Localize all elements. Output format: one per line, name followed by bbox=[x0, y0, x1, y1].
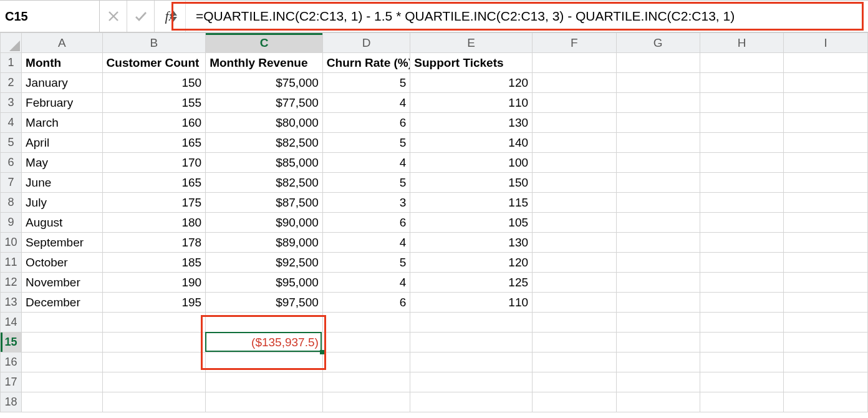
cell-G7[interactable] bbox=[616, 173, 700, 193]
name-box-stepper[interactable] bbox=[170, 11, 177, 22]
cell-I4[interactable] bbox=[784, 113, 868, 133]
col-header-F[interactable]: F bbox=[533, 33, 616, 53]
cell-A1[interactable]: Month bbox=[22, 53, 102, 73]
cell-E18[interactable] bbox=[410, 392, 533, 412]
cell-E14[interactable] bbox=[410, 313, 533, 333]
cell-A9[interactable]: August bbox=[22, 213, 102, 233]
cell-H12[interactable] bbox=[700, 273, 783, 293]
cell-I17[interactable] bbox=[784, 372, 868, 392]
cell-A15[interactable] bbox=[22, 333, 102, 352]
cell-G16[interactable] bbox=[616, 352, 700, 372]
row-header-16[interactable]: 16 bbox=[1, 352, 22, 372]
cell-C5[interactable]: $82,500 bbox=[206, 133, 323, 153]
row-header-4[interactable]: 4 bbox=[1, 113, 22, 133]
cell-F13[interactable] bbox=[533, 293, 616, 313]
cell-G1[interactable] bbox=[616, 53, 700, 73]
cell-I16[interactable] bbox=[784, 352, 868, 372]
cell-C14[interactable] bbox=[206, 313, 323, 333]
cell-C10[interactable]: $89,000 bbox=[206, 233, 323, 253]
cell-E11[interactable]: 120 bbox=[410, 253, 533, 273]
cell-D1[interactable]: Churn Rate (%) bbox=[322, 53, 410, 73]
cell-H15[interactable] bbox=[700, 333, 783, 352]
cell-D8[interactable]: 3 bbox=[322, 193, 410, 213]
col-header-E[interactable]: E bbox=[410, 33, 533, 53]
row-header-18[interactable]: 18 bbox=[1, 392, 22, 412]
cell-E13[interactable]: 110 bbox=[410, 293, 533, 313]
cell-H16[interactable] bbox=[700, 352, 783, 372]
cell-G13[interactable] bbox=[616, 293, 700, 313]
col-header-A[interactable]: A bbox=[22, 33, 102, 53]
cell-C8[interactable]: $87,500 bbox=[206, 193, 323, 213]
cell-I7[interactable] bbox=[784, 173, 868, 193]
cell-H18[interactable] bbox=[700, 392, 783, 412]
cell-D2[interactable]: 5 bbox=[322, 73, 410, 93]
spreadsheet-grid[interactable]: A B C D E F G H I 1 Month Customer Count… bbox=[0, 32, 868, 412]
cell-A13[interactable]: December bbox=[22, 293, 102, 313]
row-header-11[interactable]: 11 bbox=[1, 253, 22, 273]
cell-E15[interactable] bbox=[410, 333, 533, 352]
cell-C18[interactable] bbox=[206, 392, 323, 412]
cell-H1[interactable] bbox=[700, 53, 783, 73]
cell-C6[interactable]: $85,000 bbox=[206, 153, 323, 173]
cell-H7[interactable] bbox=[700, 173, 783, 193]
cell-E9[interactable]: 105 bbox=[410, 213, 533, 233]
cell-G5[interactable] bbox=[616, 133, 700, 153]
cell-E3[interactable]: 110 bbox=[410, 93, 533, 113]
cell-E16[interactable] bbox=[410, 352, 533, 372]
formula-input[interactable] bbox=[195, 8, 862, 24]
cell-E12[interactable]: 125 bbox=[410, 273, 533, 293]
cell-F11[interactable] bbox=[533, 253, 616, 273]
cell-H5[interactable] bbox=[700, 133, 783, 153]
cell-G9[interactable] bbox=[616, 213, 700, 233]
cell-G8[interactable] bbox=[616, 193, 700, 213]
col-header-D[interactable]: D bbox=[322, 33, 410, 53]
cell-B9[interactable]: 180 bbox=[102, 213, 206, 233]
select-all-corner[interactable] bbox=[1, 33, 22, 53]
cell-I9[interactable] bbox=[784, 213, 868, 233]
cell-D10[interactable]: 4 bbox=[322, 233, 410, 253]
cell-A18[interactable] bbox=[22, 392, 102, 412]
cell-H17[interactable] bbox=[700, 372, 783, 392]
cell-I8[interactable] bbox=[784, 193, 868, 213]
cell-I14[interactable] bbox=[784, 313, 868, 333]
cell-F10[interactable] bbox=[533, 233, 616, 253]
cell-F14[interactable] bbox=[533, 313, 616, 333]
cell-B18[interactable] bbox=[102, 392, 206, 412]
name-box-input[interactable] bbox=[4, 9, 167, 24]
row-header-8[interactable]: 8 bbox=[1, 193, 22, 213]
cell-B1[interactable]: Customer Count bbox=[102, 53, 206, 73]
cell-A16[interactable] bbox=[22, 352, 102, 372]
cell-D6[interactable]: 4 bbox=[322, 153, 410, 173]
cell-G17[interactable] bbox=[616, 372, 700, 392]
cell-F3[interactable] bbox=[533, 93, 616, 113]
cell-B5[interactable]: 165 bbox=[102, 133, 206, 153]
row-header-1[interactable]: 1 bbox=[1, 53, 22, 73]
cell-F16[interactable] bbox=[533, 352, 616, 372]
cell-I6[interactable] bbox=[784, 153, 868, 173]
row-header-12[interactable]: 12 bbox=[1, 273, 22, 293]
cell-A3[interactable]: February bbox=[22, 93, 102, 113]
cell-B3[interactable]: 155 bbox=[102, 93, 206, 113]
cell-H13[interactable] bbox=[700, 293, 783, 313]
cell-D7[interactable]: 5 bbox=[322, 173, 410, 193]
cell-D13[interactable]: 6 bbox=[322, 293, 410, 313]
col-header-G[interactable]: G bbox=[616, 33, 700, 53]
cell-I11[interactable] bbox=[784, 253, 868, 273]
cell-B7[interactable]: 165 bbox=[102, 173, 206, 193]
cell-I10[interactable] bbox=[784, 233, 868, 253]
cell-B10[interactable]: 178 bbox=[102, 233, 206, 253]
cell-F12[interactable] bbox=[533, 273, 616, 293]
cell-F15[interactable] bbox=[533, 333, 616, 352]
cell-E6[interactable]: 100 bbox=[410, 153, 533, 173]
cell-I1[interactable] bbox=[784, 53, 868, 73]
cell-I5[interactable] bbox=[784, 133, 868, 153]
cell-G4[interactable] bbox=[616, 113, 700, 133]
cell-B2[interactable]: 150 bbox=[102, 73, 206, 93]
cell-D9[interactable]: 6 bbox=[322, 213, 410, 233]
cell-D5[interactable]: 5 bbox=[322, 133, 410, 153]
cell-H8[interactable] bbox=[700, 193, 783, 213]
col-header-B[interactable]: B bbox=[102, 33, 206, 53]
cell-E8[interactable]: 115 bbox=[410, 193, 533, 213]
cell-H3[interactable] bbox=[700, 93, 783, 113]
cell-I3[interactable] bbox=[784, 93, 868, 113]
